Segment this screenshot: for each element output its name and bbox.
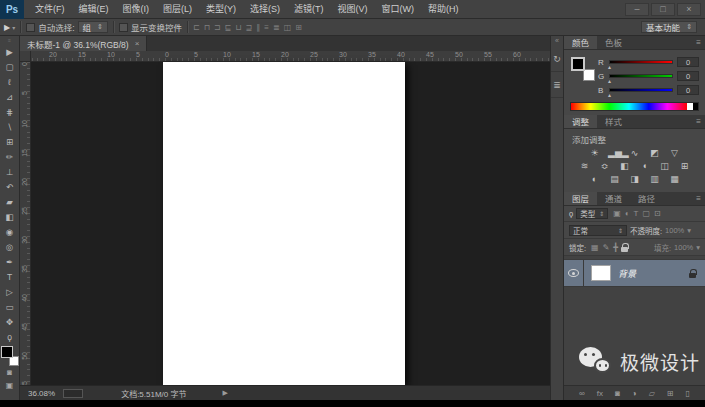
align-right-edges-icon[interactable]: ⊐ <box>214 23 221 32</box>
channel-value[interactable]: 0 <box>677 85 699 95</box>
lock-position-icon[interactable]: ╋ <box>613 243 618 252</box>
dropdown-arrow-icon[interactable]: ▾ <box>687 226 691 235</box>
blur-tool[interactable]: ◉ <box>0 224 19 239</box>
tab-color[interactable]: 颜色 <box>564 36 597 49</box>
layer-thumbnail[interactable] <box>591 265 611 281</box>
invert-icon[interactable]: ◐ <box>588 174 601 185</box>
exposure-icon[interactable]: ◩ <box>648 148 661 159</box>
tab-styles[interactable]: 样式 <box>597 115 630 128</box>
spectrum-black[interactable] <box>693 103 698 110</box>
lock-all-icon[interactable] <box>621 247 628 252</box>
filter-type-layers-icon[interactable]: T <box>634 209 639 218</box>
workspace-dropdown[interactable]: 基本功能 ⇕ <box>641 21 697 33</box>
gradient-tool[interactable]: ◧ <box>0 209 19 224</box>
channel-value[interactable]: 0 <box>677 57 699 67</box>
new-layer-icon[interactable]: ⊞ <box>667 389 674 398</box>
slider-thumb-icon[interactable]: ▴ <box>608 91 611 98</box>
color-lookup-icon[interactable]: ⊞ <box>678 161 691 172</box>
channel-slider[interactable]: ▴ <box>609 74 673 78</box>
eraser-tool[interactable]: ▰ <box>0 194 19 209</box>
delete-layer-icon[interactable]: ▯ <box>685 389 689 398</box>
canvas-viewport[interactable]: 2015105051015202530354045505560 05101520… <box>20 51 550 385</box>
new-group-icon[interactable]: ▱ <box>649 389 655 398</box>
channel-mixer-icon[interactable]: ◫ <box>658 161 671 172</box>
brush-tool[interactable]: ✏ <box>0 149 19 164</box>
align-bottom-edges-icon[interactable]: ⊒ <box>246 23 253 32</box>
history-brush-tool[interactable]: ↶ <box>0 179 19 194</box>
menu-item[interactable]: 类型(Y) <box>199 0 243 19</box>
selective-color-icon[interactable]: ▦ <box>668 174 681 185</box>
menu-item[interactable]: 图像(I) <box>116 0 157 19</box>
color-swatches[interactable] <box>1 346 19 366</box>
align-horizontal-centers-icon[interactable]: ⊓ <box>204 23 210 32</box>
tab-close-icon[interactable]: × <box>135 39 140 48</box>
posterize-icon[interactable]: ▤ <box>608 174 621 185</box>
history-panel-icon[interactable]: ↻ <box>551 46 564 72</box>
lock-image-pixels-icon[interactable]: ✎ <box>603 243 610 252</box>
photo-filter-icon[interactable]: ◖ <box>638 161 651 172</box>
fill-value[interactable]: 100% <box>674 243 693 252</box>
filter-type-dropdown[interactable]: 类型 ⇕ <box>576 208 608 219</box>
properties-panel-icon[interactable]: ≣ <box>551 72 564 98</box>
current-tool-icon[interactable]: ▶ <box>4 23 10 32</box>
filter-pixel-layers-icon[interactable]: ▣ <box>613 209 621 218</box>
eye-icon[interactable] <box>568 269 579 277</box>
panel-menu-icon[interactable]: ≡ <box>692 192 705 205</box>
filter-adjustment-layers-icon[interactable]: ◐ <box>625 209 630 218</box>
shape-tool[interactable]: ▭ <box>0 299 19 314</box>
close-icon[interactable]: × <box>677 3 701 16</box>
lock-transparent-pixels-icon[interactable]: ▦ <box>591 243 599 252</box>
expand-panels-icon[interactable]: « <box>555 36 559 46</box>
channel-slider[interactable]: ▴ <box>609 60 673 64</box>
levels-icon[interactable]: ▂▅▂ <box>608 148 621 159</box>
crop-tool[interactable]: ⋕ <box>0 104 19 119</box>
menu-item[interactable]: 编辑(E) <box>72 0 116 19</box>
tab-layers[interactable]: 图层 <box>564 192 597 205</box>
brightness-contrast-icon[interactable]: ☀ <box>588 148 601 159</box>
color-spectrum-bar[interactable] <box>570 102 699 111</box>
vibrance-icon[interactable]: ▽ <box>668 148 681 159</box>
eyedropper-tool[interactable]: ∖ <box>0 119 19 134</box>
tab-adjustments[interactable]: 调整 <box>564 115 597 128</box>
menu-item[interactable]: 文件(F) <box>28 0 72 19</box>
spot-healing-brush-tool[interactable]: ⊞ <box>0 134 19 149</box>
arrange-3d-icon[interactable]: ⊞ <box>295 23 302 32</box>
show-transform-controls-checkbox[interactable] <box>119 23 128 32</box>
toolbar-grip[interactable]: ≡ <box>8 36 11 44</box>
foreground-color-swatch[interactable] <box>1 346 13 358</box>
document-canvas[interactable] <box>163 62 405 385</box>
black-white-icon[interactable]: ◧ <box>618 161 631 172</box>
panel-menu-icon[interactable]: ≡ <box>692 36 705 49</box>
gradient-map-icon[interactable]: ▥ <box>648 174 661 185</box>
search-icon[interactable]: ϙ <box>569 209 573 218</box>
blend-mode-dropdown[interactable]: 正常 ⇕ <box>569 225 627 236</box>
clone-stamp-tool[interactable]: ⊥ <box>0 164 19 179</box>
quick-selection-tool[interactable]: ⊿ <box>0 89 19 104</box>
distribute-centers-icon[interactable]: ≡ <box>264 23 269 32</box>
path-selection-tool[interactable]: ▷ <box>0 284 19 299</box>
new-adjustment-layer-icon[interactable]: ◑ <box>632 389 637 398</box>
zoom-level[interactable]: 36.08% <box>28 389 55 398</box>
maximize-icon[interactable]: □ <box>651 3 675 16</box>
layer-style-icon[interactable]: fx <box>597 389 603 398</box>
channel-value[interactable]: 0 <box>677 71 699 81</box>
tab-paths[interactable]: 路径 <box>630 192 663 205</box>
move-tool[interactable]: ▶ <box>0 44 19 59</box>
zoom-field[interactable] <box>63 389 83 398</box>
screen-mode-icon[interactable]: ▣ <box>6 379 14 392</box>
menu-item[interactable]: 窗口(W) <box>375 0 422 19</box>
threshold-icon[interactable]: ◨ <box>628 174 641 185</box>
align-vertical-centers-icon[interactable]: ⊔ <box>235 23 241 32</box>
dodge-tool[interactable]: ◎ <box>0 239 19 254</box>
distribute-left-icon[interactable]: ∥ <box>256 23 260 32</box>
pen-tool[interactable]: ✒ <box>0 254 19 269</box>
hue-saturation-icon[interactable]: ≋ <box>578 161 591 172</box>
tool-preset-arrow-icon[interactable]: ▾ <box>12 24 15 31</box>
slider-thumb-icon[interactable]: ▴ <box>608 63 611 70</box>
menu-item[interactable]: 选择(S) <box>243 0 287 19</box>
quick-mask-icon[interactable]: ◙ <box>7 366 12 379</box>
dropdown-arrow-icon[interactable]: ▾ <box>696 243 700 252</box>
menu-item[interactable]: 滤镜(T) <box>287 0 331 19</box>
foreground-color-swatch[interactable] <box>571 57 585 71</box>
align-top-edges-icon[interactable]: ⊑ <box>225 23 232 32</box>
